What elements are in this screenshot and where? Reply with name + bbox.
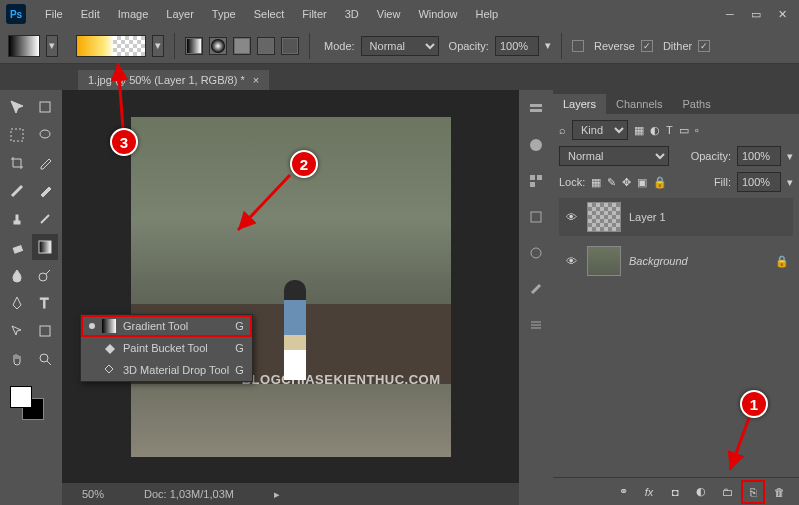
blur-tool[interactable]	[4, 262, 30, 288]
properties-panel-icon[interactable]	[525, 314, 547, 336]
filter-smart-icon[interactable]: ▫	[695, 124, 699, 136]
path-select-tool[interactable]	[4, 318, 30, 344]
stamp-tool[interactable]	[4, 206, 30, 232]
dodge-tool[interactable]	[32, 262, 58, 288]
layer-effects-icon[interactable]: fx	[641, 484, 657, 500]
gradient-picker-dropdown[interactable]: ▾	[152, 35, 164, 57]
layer-thumbnail[interactable]	[587, 202, 621, 232]
link-layers-icon[interactable]: ⚭	[615, 484, 631, 500]
menu-edit[interactable]: Edit	[72, 0, 109, 28]
eraser-tool[interactable]	[4, 234, 30, 260]
gradient-reflected-icon[interactable]	[257, 37, 275, 55]
crop-tool[interactable]	[4, 150, 30, 176]
layer-mask-icon[interactable]: ◘	[667, 484, 683, 500]
brushes-panel-icon[interactable]	[525, 278, 547, 300]
delete-layer-icon[interactable]: 🗑	[771, 484, 787, 500]
tab-paths[interactable]: Paths	[673, 94, 721, 114]
artboard-tool[interactable]	[32, 94, 58, 120]
eyedropper-tool[interactable]	[32, 150, 58, 176]
gradient-diamond-icon[interactable]	[281, 37, 299, 55]
layer-thumbnail[interactable]	[587, 246, 621, 276]
libraries-panel-icon[interactable]	[525, 206, 547, 228]
adjustment-layer-icon[interactable]: ◐	[693, 484, 709, 500]
shape-tool[interactable]	[32, 318, 58, 344]
menu-type[interactable]: Type	[203, 0, 245, 28]
zoom-tool[interactable]	[32, 346, 58, 372]
flyout-3d-material-tool[interactable]: 3D Material Drop Tool G	[81, 359, 252, 381]
color-panel-icon[interactable]	[525, 134, 547, 156]
layer-opacity-input[interactable]	[737, 146, 781, 166]
flyout-paint-bucket-tool[interactable]: Paint Bucket Tool G	[81, 337, 252, 359]
tab-channels[interactable]: Channels	[606, 94, 672, 114]
doc-info-dropdown-icon[interactable]: ▸	[274, 488, 280, 501]
filter-adjust-icon[interactable]: ◐	[650, 124, 660, 137]
menu-filter[interactable]: Filter	[293, 0, 335, 28]
adjustments-panel-icon[interactable]	[525, 242, 547, 264]
new-layer-icon[interactable]: ⎘	[745, 484, 761, 500]
layer-row-layer1[interactable]: 👁 Layer 1	[559, 198, 793, 236]
close-tab-icon[interactable]: ×	[253, 74, 259, 86]
zoom-level[interactable]: 50%	[82, 488, 104, 500]
opacity-dropdown-icon[interactable]: ▾	[545, 39, 551, 52]
tab-layers[interactable]: Layers	[553, 94, 606, 114]
layer-name[interactable]: Background	[629, 255, 688, 267]
menu-view[interactable]: View	[368, 0, 410, 28]
filter-shape-icon[interactable]: ▭	[679, 124, 689, 137]
type-tool[interactable]: T	[32, 290, 58, 316]
reverse-checkbox[interactable]	[572, 40, 584, 52]
lasso-tool[interactable]	[32, 122, 58, 148]
lock-position-icon[interactable]: ✥	[622, 176, 631, 189]
dither-checkbox[interactable]	[641, 40, 653, 52]
history-panel-icon[interactable]	[525, 98, 547, 120]
flyout-gradient-tool[interactable]: Gradient Tool G	[81, 315, 252, 337]
minimize-button[interactable]: ─	[719, 5, 741, 23]
menu-file[interactable]: File	[36, 0, 72, 28]
gradient-linear-icon[interactable]	[185, 37, 203, 55]
maximize-button[interactable]: ▭	[745, 5, 767, 23]
layer-group-icon[interactable]: 🗀	[719, 484, 735, 500]
lock-pixels-icon[interactable]: ✎	[607, 176, 616, 189]
menu-select[interactable]: Select	[245, 0, 294, 28]
lock-all-icon[interactable]: 🔒	[653, 176, 667, 189]
lock-artboard-icon[interactable]: ▣	[637, 176, 647, 189]
brush-tool[interactable]	[32, 178, 58, 204]
pen-tool[interactable]	[4, 290, 30, 316]
opacity-input[interactable]	[495, 36, 539, 56]
transparency-checkbox[interactable]	[698, 40, 710, 52]
layer-row-background[interactable]: 👁 Background 🔒	[559, 242, 793, 280]
gradient-angle-icon[interactable]	[233, 37, 251, 55]
hand-tool[interactable]	[4, 346, 30, 372]
gradient-tool[interactable]	[32, 234, 58, 260]
swatches-panel-icon[interactable]	[525, 170, 547, 192]
opacity-dropdown-icon[interactable]: ▾	[787, 150, 793, 163]
filter-pixel-icon[interactable]: ▦	[634, 124, 644, 137]
menu-3d[interactable]: 3D	[336, 0, 368, 28]
move-tool[interactable]	[4, 94, 30, 120]
menu-layer[interactable]: Layer	[157, 0, 203, 28]
filter-type-icon[interactable]: T	[666, 124, 673, 136]
fill-dropdown-icon[interactable]: ▾	[787, 176, 793, 189]
fill-input[interactable]	[737, 172, 781, 192]
gradient-preview[interactable]	[76, 35, 146, 57]
tool-preset-dropdown[interactable]: ▾	[46, 35, 58, 57]
history-brush-tool[interactable]	[32, 206, 58, 232]
marquee-tool[interactable]	[4, 122, 30, 148]
filter-icon[interactable]: ⌕	[559, 124, 566, 136]
mode-select[interactable]: Normal	[361, 36, 439, 56]
gradient-radial-icon[interactable]	[209, 37, 227, 55]
blend-mode-select[interactable]: Normal	[559, 146, 669, 166]
visibility-icon[interactable]: 👁	[563, 253, 579, 269]
menu-image[interactable]: Image	[109, 0, 158, 28]
visibility-icon[interactable]: 👁	[563, 209, 579, 225]
healing-tool[interactable]	[4, 178, 30, 204]
lock-transparency-icon[interactable]: ▦	[591, 176, 601, 189]
menu-window[interactable]: Window	[409, 0, 466, 28]
tool-preset-swatch[interactable]	[8, 35, 40, 57]
menu-help[interactable]: Help	[467, 0, 508, 28]
close-button[interactable]: ✕	[771, 5, 793, 23]
document-tab[interactable]: 1.jpg @ 50% (Layer 1, RGB/8) * ×	[78, 70, 269, 90]
color-swatches[interactable]	[4, 386, 58, 426]
layer-name[interactable]: Layer 1	[629, 211, 666, 223]
layer-filter-select[interactable]: Kind	[572, 120, 628, 140]
foreground-color-swatch[interactable]	[10, 386, 32, 408]
